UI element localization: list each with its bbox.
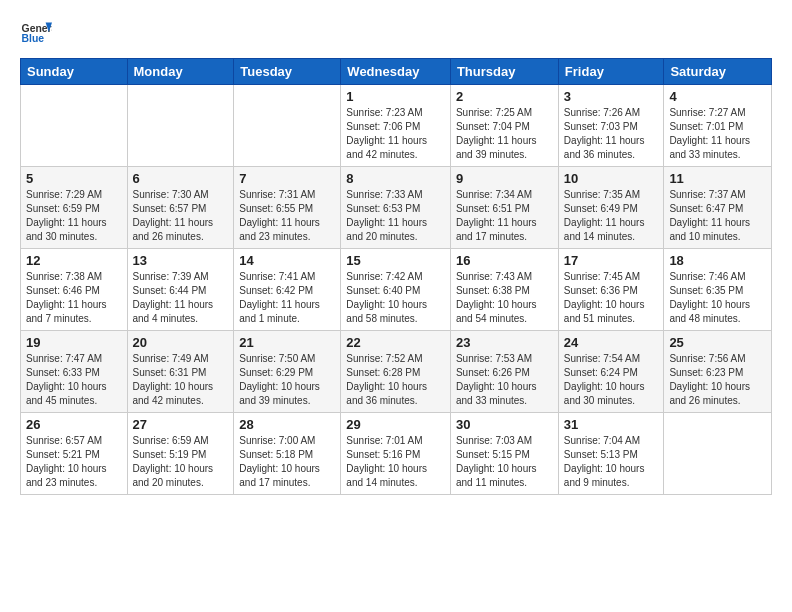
day-number: 10 (564, 171, 659, 186)
day-info: Sunrise: 7:34 AM Sunset: 6:51 PM Dayligh… (456, 188, 553, 244)
weekday-header-friday: Friday (558, 59, 664, 85)
calendar-cell: 2Sunrise: 7:25 AM Sunset: 7:04 PM Daylig… (450, 85, 558, 167)
calendar-cell (127, 85, 234, 167)
day-info: Sunrise: 7:35 AM Sunset: 6:49 PM Dayligh… (564, 188, 659, 244)
calendar-cell (21, 85, 128, 167)
day-number: 20 (133, 335, 229, 350)
day-info: Sunrise: 7:38 AM Sunset: 6:46 PM Dayligh… (26, 270, 122, 326)
day-info: Sunrise: 7:01 AM Sunset: 5:16 PM Dayligh… (346, 434, 445, 490)
day-number: 13 (133, 253, 229, 268)
calendar-cell: 31Sunrise: 7:04 AM Sunset: 5:13 PM Dayli… (558, 413, 664, 495)
day-info: Sunrise: 7:03 AM Sunset: 5:15 PM Dayligh… (456, 434, 553, 490)
day-info: Sunrise: 7:29 AM Sunset: 6:59 PM Dayligh… (26, 188, 122, 244)
day-info: Sunrise: 7:41 AM Sunset: 6:42 PM Dayligh… (239, 270, 335, 326)
day-number: 8 (346, 171, 445, 186)
day-number: 2 (456, 89, 553, 104)
calendar-cell: 11Sunrise: 7:37 AM Sunset: 6:47 PM Dayli… (664, 167, 772, 249)
calendar-cell: 9Sunrise: 7:34 AM Sunset: 6:51 PM Daylig… (450, 167, 558, 249)
day-number: 6 (133, 171, 229, 186)
day-number: 15 (346, 253, 445, 268)
calendar-cell: 12Sunrise: 7:38 AM Sunset: 6:46 PM Dayli… (21, 249, 128, 331)
calendar-cell: 23Sunrise: 7:53 AM Sunset: 6:26 PM Dayli… (450, 331, 558, 413)
day-number: 5 (26, 171, 122, 186)
calendar-cell: 6Sunrise: 7:30 AM Sunset: 6:57 PM Daylig… (127, 167, 234, 249)
logo: General Blue (20, 16, 54, 48)
day-info: Sunrise: 7:23 AM Sunset: 7:06 PM Dayligh… (346, 106, 445, 162)
calendar-cell: 15Sunrise: 7:42 AM Sunset: 6:40 PM Dayli… (341, 249, 451, 331)
day-number: 29 (346, 417, 445, 432)
calendar-cell: 24Sunrise: 7:54 AM Sunset: 6:24 PM Dayli… (558, 331, 664, 413)
day-number: 21 (239, 335, 335, 350)
svg-text:Blue: Blue (22, 33, 45, 44)
day-number: 3 (564, 89, 659, 104)
weekday-header-tuesday: Tuesday (234, 59, 341, 85)
calendar-cell: 10Sunrise: 7:35 AM Sunset: 6:49 PM Dayli… (558, 167, 664, 249)
day-number: 7 (239, 171, 335, 186)
calendar-week-row: 12Sunrise: 7:38 AM Sunset: 6:46 PM Dayli… (21, 249, 772, 331)
day-info: Sunrise: 6:59 AM Sunset: 5:19 PM Dayligh… (133, 434, 229, 490)
day-number: 18 (669, 253, 766, 268)
page: General Blue SundayMondayTuesdayWednesda… (0, 0, 792, 505)
day-number: 19 (26, 335, 122, 350)
weekday-header-sunday: Sunday (21, 59, 128, 85)
day-number: 16 (456, 253, 553, 268)
calendar-cell: 28Sunrise: 7:00 AM Sunset: 5:18 PM Dayli… (234, 413, 341, 495)
calendar-cell (664, 413, 772, 495)
calendar-week-row: 19Sunrise: 7:47 AM Sunset: 6:33 PM Dayli… (21, 331, 772, 413)
day-info: Sunrise: 7:54 AM Sunset: 6:24 PM Dayligh… (564, 352, 659, 408)
calendar-table: SundayMondayTuesdayWednesdayThursdayFrid… (20, 58, 772, 495)
day-info: Sunrise: 7:00 AM Sunset: 5:18 PM Dayligh… (239, 434, 335, 490)
day-info: Sunrise: 7:45 AM Sunset: 6:36 PM Dayligh… (564, 270, 659, 326)
weekday-header-saturday: Saturday (664, 59, 772, 85)
calendar-cell: 17Sunrise: 7:45 AM Sunset: 6:36 PM Dayli… (558, 249, 664, 331)
calendar-cell: 29Sunrise: 7:01 AM Sunset: 5:16 PM Dayli… (341, 413, 451, 495)
calendar-cell: 30Sunrise: 7:03 AM Sunset: 5:15 PM Dayli… (450, 413, 558, 495)
calendar-header-row: SundayMondayTuesdayWednesdayThursdayFrid… (21, 59, 772, 85)
day-info: Sunrise: 7:47 AM Sunset: 6:33 PM Dayligh… (26, 352, 122, 408)
day-number: 22 (346, 335, 445, 350)
calendar-cell: 25Sunrise: 7:56 AM Sunset: 6:23 PM Dayli… (664, 331, 772, 413)
day-info: Sunrise: 7:43 AM Sunset: 6:38 PM Dayligh… (456, 270, 553, 326)
calendar-cell: 27Sunrise: 6:59 AM Sunset: 5:19 PM Dayli… (127, 413, 234, 495)
day-info: Sunrise: 7:50 AM Sunset: 6:29 PM Dayligh… (239, 352, 335, 408)
header: General Blue (20, 16, 772, 48)
weekday-header-monday: Monday (127, 59, 234, 85)
day-info: Sunrise: 7:39 AM Sunset: 6:44 PM Dayligh… (133, 270, 229, 326)
day-number: 12 (26, 253, 122, 268)
day-number: 30 (456, 417, 553, 432)
day-number: 4 (669, 89, 766, 104)
day-info: Sunrise: 6:57 AM Sunset: 5:21 PM Dayligh… (26, 434, 122, 490)
day-info: Sunrise: 7:56 AM Sunset: 6:23 PM Dayligh… (669, 352, 766, 408)
calendar-cell: 18Sunrise: 7:46 AM Sunset: 6:35 PM Dayli… (664, 249, 772, 331)
day-number: 17 (564, 253, 659, 268)
calendar-cell: 4Sunrise: 7:27 AM Sunset: 7:01 PM Daylig… (664, 85, 772, 167)
day-number: 31 (564, 417, 659, 432)
day-info: Sunrise: 7:46 AM Sunset: 6:35 PM Dayligh… (669, 270, 766, 326)
day-info: Sunrise: 7:53 AM Sunset: 6:26 PM Dayligh… (456, 352, 553, 408)
calendar-cell: 26Sunrise: 6:57 AM Sunset: 5:21 PM Dayli… (21, 413, 128, 495)
calendar-week-row: 1Sunrise: 7:23 AM Sunset: 7:06 PM Daylig… (21, 85, 772, 167)
day-info: Sunrise: 7:52 AM Sunset: 6:28 PM Dayligh… (346, 352, 445, 408)
day-info: Sunrise: 7:04 AM Sunset: 5:13 PM Dayligh… (564, 434, 659, 490)
day-number: 14 (239, 253, 335, 268)
day-number: 25 (669, 335, 766, 350)
calendar-week-row: 26Sunrise: 6:57 AM Sunset: 5:21 PM Dayli… (21, 413, 772, 495)
day-info: Sunrise: 7:42 AM Sunset: 6:40 PM Dayligh… (346, 270, 445, 326)
day-info: Sunrise: 7:25 AM Sunset: 7:04 PM Dayligh… (456, 106, 553, 162)
day-info: Sunrise: 7:26 AM Sunset: 7:03 PM Dayligh… (564, 106, 659, 162)
day-info: Sunrise: 7:49 AM Sunset: 6:31 PM Dayligh… (133, 352, 229, 408)
day-info: Sunrise: 7:37 AM Sunset: 6:47 PM Dayligh… (669, 188, 766, 244)
calendar-cell: 8Sunrise: 7:33 AM Sunset: 6:53 PM Daylig… (341, 167, 451, 249)
day-info: Sunrise: 7:30 AM Sunset: 6:57 PM Dayligh… (133, 188, 229, 244)
day-number: 9 (456, 171, 553, 186)
day-number: 27 (133, 417, 229, 432)
calendar-cell: 21Sunrise: 7:50 AM Sunset: 6:29 PM Dayli… (234, 331, 341, 413)
weekday-header-thursday: Thursday (450, 59, 558, 85)
day-info: Sunrise: 7:33 AM Sunset: 6:53 PM Dayligh… (346, 188, 445, 244)
calendar-cell (234, 85, 341, 167)
calendar-cell: 7Sunrise: 7:31 AM Sunset: 6:55 PM Daylig… (234, 167, 341, 249)
calendar-cell: 5Sunrise: 7:29 AM Sunset: 6:59 PM Daylig… (21, 167, 128, 249)
day-number: 23 (456, 335, 553, 350)
calendar-cell: 14Sunrise: 7:41 AM Sunset: 6:42 PM Dayli… (234, 249, 341, 331)
day-number: 11 (669, 171, 766, 186)
